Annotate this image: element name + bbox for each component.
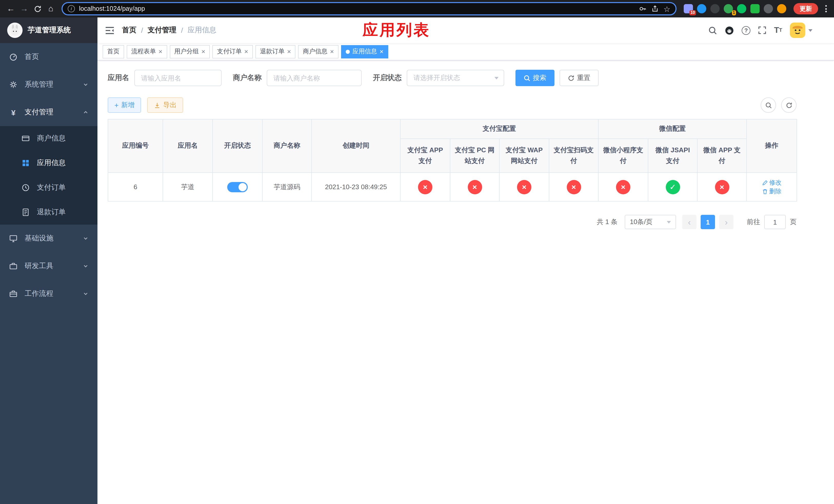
search-button[interactable]: 搜索 [515, 70, 554, 86]
close-icon[interactable]: × [244, 48, 248, 55]
goto-unit-label: 页 [790, 217, 796, 227]
close-icon[interactable]: × [379, 48, 383, 55]
url-text[interactable]: localhost:1024/pay/app [79, 5, 635, 12]
status-toggle[interactable] [227, 182, 248, 192]
add-button[interactable]: + 新增 [108, 97, 141, 113]
sidebar-item-system[interactable]: 系统管理 [0, 71, 97, 98]
alipay-wap-status-icon[interactable]: × [517, 180, 531, 194]
export-button[interactable]: 导出 [147, 97, 183, 113]
alipay-qr-status-icon[interactable]: × [567, 180, 581, 194]
reset-button[interactable]: 重置 [559, 70, 598, 86]
browser-update-button[interactable]: 更新 [793, 3, 818, 14]
tab-app-info[interactable]: 应用信息× [341, 45, 388, 58]
document-icon [22, 208, 30, 216]
alipay-pc-status-icon[interactable]: × [467, 180, 482, 194]
extension-drop-icon[interactable] [697, 4, 706, 13]
sidebar-toggle-button[interactable] [97, 18, 122, 43]
breadcrumb-item[interactable]: 支付管理 [148, 26, 176, 35]
wx-app-status-icon[interactable]: × [715, 180, 729, 194]
breadcrumb-item[interactable]: 首页 [122, 26, 136, 35]
status-select[interactable]: 请选择开启状态 [407, 70, 504, 86]
extensions-pin-icon[interactable] [764, 4, 773, 13]
prev-page-button[interactable]: ‹ [682, 215, 697, 229]
extension-dark-icon[interactable] [710, 4, 720, 13]
tab-payment-order[interactable]: 支付订单× [212, 45, 253, 58]
monitor-icon [9, 234, 18, 243]
sidebar-item-label: 工作流程 [25, 289, 53, 298]
merchant-name-input[interactable] [267, 70, 361, 86]
sidebar-item-label: 基础设施 [25, 234, 53, 243]
col-group-alipay: 支付宝配置 [400, 119, 598, 139]
tab-user-group[interactable]: 用户分组× [170, 45, 210, 58]
page-number-1[interactable]: 1 [701, 215, 715, 229]
payment-submenu: 商户信息 应用信息 支付订单 退款订单 [0, 126, 97, 225]
share-icon[interactable] [651, 5, 658, 12]
help-icon[interactable]: ? [742, 26, 750, 35]
col-alipay-qr: 支付宝扫码支付 [549, 139, 598, 173]
pagination: 共 1 条 10条/页 ‹ 1 › 前往 页 [108, 215, 796, 229]
back-button[interactable]: ← [4, 2, 18, 15]
sidebar-item-workflow[interactable]: 工作流程 [0, 280, 97, 307]
close-icon[interactable]: × [158, 48, 162, 55]
tab-refund-order[interactable]: 退款订单× [256, 45, 296, 58]
pagination-total: 共 1 条 [597, 217, 618, 227]
sidebar: 芋道管理系统 首页 系统管理 ¥ 支付管理 商户信息 [0, 18, 97, 504]
fullscreen-icon[interactable] [758, 26, 766, 35]
forward-button[interactable]: → [18, 2, 31, 15]
tab-process-form[interactable]: 流程表单× [127, 45, 167, 58]
cell-created: 2021-10-23 08:49:25 [312, 173, 400, 201]
reload-icon [34, 5, 41, 13]
browser-profile-avatar[interactable] [777, 4, 786, 13]
address-bar[interactable]: i localhost:1024/pay/app ☆ [62, 2, 677, 15]
chevron-up-icon [83, 110, 88, 115]
sidebar-item-infra[interactable]: 基础设施 [0, 225, 97, 252]
user-avatar-menu[interactable] [790, 23, 812, 38]
delete-link[interactable]: 删除 [762, 187, 782, 196]
browser-menu-button[interactable] [822, 3, 830, 14]
close-icon[interactable]: × [201, 48, 205, 55]
tab-merchant-info[interactable]: 商户信息× [298, 45, 338, 58]
gear-icon [9, 81, 18, 89]
reload-button[interactable] [31, 2, 44, 15]
sidebar-subitem-merchant-info[interactable]: 商户信息 [0, 126, 97, 151]
col-alipay-wap: 支付宝 WAP 网站支付 [499, 139, 549, 173]
chevron-down-icon [83, 236, 88, 241]
sidebar-subitem-payment-order[interactable]: 支付订单 [0, 175, 97, 200]
github-icon[interactable] [725, 26, 734, 35]
sidebar-item-label: 首页 [25, 52, 39, 62]
sidebar-subitem-refund-order[interactable]: 退款订单 [0, 200, 97, 225]
refresh-button[interactable] [781, 97, 796, 113]
sidebar-item-payment[interactable]: ¥ 支付管理 [0, 98, 97, 126]
home-button[interactable]: ⌂ [44, 2, 58, 15]
sidebar-subitem-app-info[interactable]: 应用信息 [0, 151, 97, 175]
page-title-annotation: 应用列表 [363, 20, 430, 41]
goto-page-input[interactable] [764, 215, 786, 229]
search-icon[interactable] [708, 26, 717, 35]
extension-green-icon[interactable]: 1 [724, 4, 733, 13]
extension-grid-icon[interactable]: 10 [684, 4, 693, 13]
edit-link[interactable]: 修改 [762, 178, 782, 187]
password-key-icon[interactable] [639, 5, 646, 12]
alipay-app-status-icon[interactable]: × [418, 180, 432, 194]
wx-lite-status-icon[interactable]: × [616, 180, 630, 194]
page-content: 应用名 商户名称 开启状态 请选择开启状态 [97, 61, 834, 504]
bookmark-star-icon[interactable]: ☆ [663, 5, 671, 13]
tab-home[interactable]: 首页 [103, 45, 124, 58]
sidebar-item-label: 支付订单 [37, 183, 66, 192]
app-logo[interactable]: 芋道管理系统 [0, 18, 97, 43]
close-icon[interactable]: × [330, 48, 334, 55]
edit-icon [762, 180, 768, 185]
site-info-icon[interactable]: i [68, 5, 75, 12]
dashboard-icon [9, 53, 18, 61]
hide-search-button[interactable] [761, 97, 776, 113]
page-size-select[interactable]: 10条/页 [625, 215, 676, 229]
sidebar-item-home[interactable]: 首页 [0, 43, 97, 71]
app-name-input[interactable] [134, 70, 222, 86]
wx-jsapi-status-icon[interactable]: ✓ [665, 180, 680, 194]
next-page-button[interactable]: › [719, 215, 733, 229]
font-size-icon[interactable]: TT [774, 26, 782, 35]
extension-chat-icon[interactable] [750, 4, 760, 13]
close-icon[interactable]: × [287, 48, 291, 55]
extension-wechat-icon[interactable] [737, 4, 746, 13]
sidebar-item-devtools[interactable]: 研发工具 [0, 252, 97, 280]
